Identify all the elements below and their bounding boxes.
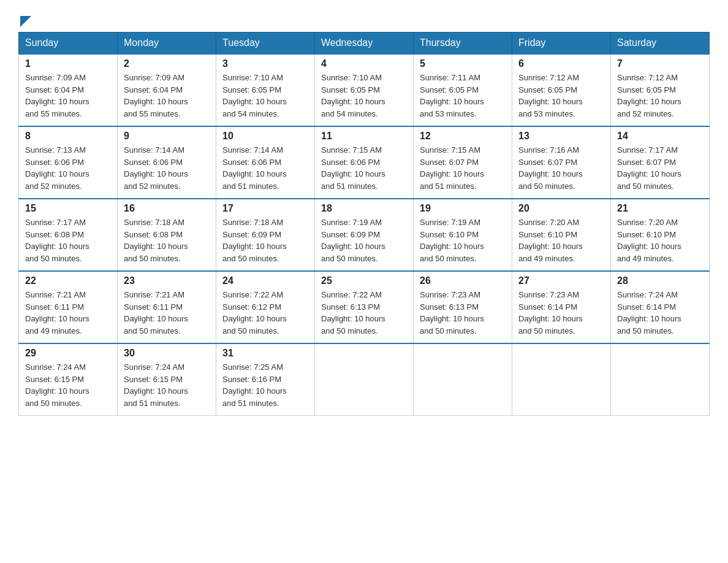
calendar-day-cell: 14 Sunrise: 7:17 AMSunset: 6:07 PMDaylig… xyxy=(611,126,710,199)
day-number: 4 xyxy=(321,58,407,69)
day-info: Sunrise: 7:16 AMSunset: 6:07 PMDaylight:… xyxy=(518,144,604,192)
calendar-day-cell: 19 Sunrise: 7:19 AMSunset: 6:10 PMDaylig… xyxy=(414,199,512,271)
day-info: Sunrise: 7:20 AMSunset: 6:10 PMDaylight:… xyxy=(617,216,703,264)
day-info: Sunrise: 7:22 AMSunset: 6:12 PMDaylight:… xyxy=(222,289,308,337)
column-header-tuesday: Tuesday xyxy=(216,33,315,55)
day-info: Sunrise: 7:19 AMSunset: 6:09 PMDaylight:… xyxy=(321,216,407,264)
empty-cell xyxy=(512,343,611,416)
day-info: Sunrise: 7:15 AMSunset: 6:07 PMDaylight:… xyxy=(420,144,506,192)
calendar-day-cell: 12 Sunrise: 7:15 AMSunset: 6:07 PMDaylig… xyxy=(414,126,512,199)
day-info: Sunrise: 7:10 AMSunset: 6:05 PMDaylight:… xyxy=(222,72,308,120)
calendar-day-cell: 6 Sunrise: 7:12 AMSunset: 6:05 PMDayligh… xyxy=(512,54,611,126)
calendar-week-row: 8 Sunrise: 7:13 AMSunset: 6:06 PMDayligh… xyxy=(19,126,710,199)
day-number: 8 xyxy=(25,131,111,142)
calendar-day-cell: 27 Sunrise: 7:23 AMSunset: 6:14 PMDaylig… xyxy=(512,271,611,343)
calendar-day-cell: 13 Sunrise: 7:16 AMSunset: 6:07 PMDaylig… xyxy=(512,126,611,199)
day-number: 16 xyxy=(124,203,210,214)
calendar-day-cell: 16 Sunrise: 7:18 AMSunset: 6:08 PMDaylig… xyxy=(118,199,216,271)
calendar-day-cell: 26 Sunrise: 7:23 AMSunset: 6:13 PMDaylig… xyxy=(414,271,512,343)
calendar-day-cell: 2 Sunrise: 7:09 AMSunset: 6:04 PMDayligh… xyxy=(118,54,216,126)
day-info: Sunrise: 7:24 AMSunset: 6:14 PMDaylight:… xyxy=(617,289,703,337)
logo xyxy=(18,12,31,26)
day-info: Sunrise: 7:17 AMSunset: 6:08 PMDaylight:… xyxy=(25,216,111,264)
day-number: 21 xyxy=(617,203,703,214)
day-number: 2 xyxy=(124,58,210,69)
day-info: Sunrise: 7:23 AMSunset: 6:14 PMDaylight:… xyxy=(518,289,604,337)
day-number: 27 xyxy=(518,275,604,286)
calendar-header-row: SundayMondayTuesdayWednesdayThursdayFrid… xyxy=(19,33,710,55)
empty-cell xyxy=(414,343,512,416)
calendar-day-cell: 24 Sunrise: 7:22 AMSunset: 6:12 PMDaylig… xyxy=(216,271,315,343)
calendar-day-cell: 29 Sunrise: 7:24 AMSunset: 6:15 PMDaylig… xyxy=(19,343,118,416)
calendar-day-cell: 31 Sunrise: 7:25 AMSunset: 6:16 PMDaylig… xyxy=(216,343,315,416)
calendar-week-row: 15 Sunrise: 7:17 AMSunset: 6:08 PMDaylig… xyxy=(19,199,710,271)
day-info: Sunrise: 7:09 AMSunset: 6:04 PMDaylight:… xyxy=(25,72,111,120)
day-number: 25 xyxy=(321,275,407,286)
calendar-table: SundayMondayTuesdayWednesdayThursdayFrid… xyxy=(18,32,710,416)
day-info: Sunrise: 7:19 AMSunset: 6:10 PMDaylight:… xyxy=(420,216,506,264)
day-info: Sunrise: 7:24 AMSunset: 6:15 PMDaylight:… xyxy=(124,361,210,409)
calendar-day-cell: 17 Sunrise: 7:18 AMSunset: 6:09 PMDaylig… xyxy=(216,199,315,271)
calendar-day-cell: 9 Sunrise: 7:14 AMSunset: 6:06 PMDayligh… xyxy=(118,126,216,199)
day-number: 11 xyxy=(321,131,407,142)
calendar-day-cell: 3 Sunrise: 7:10 AMSunset: 6:05 PMDayligh… xyxy=(216,54,315,126)
day-info: Sunrise: 7:12 AMSunset: 6:05 PMDaylight:… xyxy=(518,72,604,120)
day-number: 28 xyxy=(617,275,703,286)
calendar-day-cell: 10 Sunrise: 7:14 AMSunset: 6:06 PMDaylig… xyxy=(216,126,315,199)
day-number: 6 xyxy=(518,58,604,69)
day-number: 3 xyxy=(222,58,308,69)
day-info: Sunrise: 7:21 AMSunset: 6:11 PMDaylight:… xyxy=(25,289,111,337)
empty-cell xyxy=(315,343,414,416)
day-info: Sunrise: 7:09 AMSunset: 6:04 PMDaylight:… xyxy=(124,72,210,120)
calendar-day-cell: 11 Sunrise: 7:15 AMSunset: 6:06 PMDaylig… xyxy=(315,126,414,199)
calendar-day-cell: 1 Sunrise: 7:09 AMSunset: 6:04 PMDayligh… xyxy=(19,54,118,126)
day-info: Sunrise: 7:11 AMSunset: 6:05 PMDaylight:… xyxy=(420,72,506,120)
calendar-day-cell: 30 Sunrise: 7:24 AMSunset: 6:15 PMDaylig… xyxy=(118,343,216,416)
day-number: 12 xyxy=(420,131,506,142)
day-number: 14 xyxy=(617,131,703,142)
day-info: Sunrise: 7:18 AMSunset: 6:09 PMDaylight:… xyxy=(222,216,308,264)
empty-cell xyxy=(611,343,710,416)
day-number: 19 xyxy=(420,203,506,214)
logo-arrow-icon xyxy=(20,16,31,29)
day-number: 1 xyxy=(25,58,111,69)
day-info: Sunrise: 7:22 AMSunset: 6:13 PMDaylight:… xyxy=(321,289,407,337)
calendar-day-cell: 18 Sunrise: 7:19 AMSunset: 6:09 PMDaylig… xyxy=(315,199,414,271)
day-number: 10 xyxy=(222,131,308,142)
calendar-day-cell: 22 Sunrise: 7:21 AMSunset: 6:11 PMDaylig… xyxy=(19,271,118,343)
calendar-day-cell: 25 Sunrise: 7:22 AMSunset: 6:13 PMDaylig… xyxy=(315,271,414,343)
column-header-friday: Friday xyxy=(512,33,611,55)
day-info: Sunrise: 7:12 AMSunset: 6:05 PMDaylight:… xyxy=(617,72,703,120)
calendar-day-cell: 7 Sunrise: 7:12 AMSunset: 6:05 PMDayligh… xyxy=(611,54,710,126)
day-number: 30 xyxy=(124,348,210,359)
day-info: Sunrise: 7:21 AMSunset: 6:11 PMDaylight:… xyxy=(124,289,210,337)
column-header-saturday: Saturday xyxy=(611,33,710,55)
day-number: 26 xyxy=(420,275,506,286)
column-header-sunday: Sunday xyxy=(19,33,118,55)
column-header-thursday: Thursday xyxy=(414,33,512,55)
calendar-day-cell: 4 Sunrise: 7:10 AMSunset: 6:05 PMDayligh… xyxy=(315,54,414,126)
day-number: 5 xyxy=(420,58,506,69)
day-info: Sunrise: 7:18 AMSunset: 6:08 PMDaylight:… xyxy=(124,216,210,264)
day-number: 15 xyxy=(25,203,111,214)
calendar-week-row: 22 Sunrise: 7:21 AMSunset: 6:11 PMDaylig… xyxy=(19,271,710,343)
day-info: Sunrise: 7:24 AMSunset: 6:15 PMDaylight:… xyxy=(25,361,111,409)
page-header xyxy=(18,12,710,26)
calendar-week-row: 29 Sunrise: 7:24 AMSunset: 6:15 PMDaylig… xyxy=(19,343,710,416)
day-info: Sunrise: 7:25 AMSunset: 6:16 PMDaylight:… xyxy=(222,361,308,409)
day-number: 18 xyxy=(321,203,407,214)
day-info: Sunrise: 7:15 AMSunset: 6:06 PMDaylight:… xyxy=(321,144,407,192)
day-number: 9 xyxy=(124,131,210,142)
day-info: Sunrise: 7:17 AMSunset: 6:07 PMDaylight:… xyxy=(617,144,703,192)
column-header-wednesday: Wednesday xyxy=(315,33,414,55)
column-header-monday: Monday xyxy=(118,33,216,55)
day-number: 23 xyxy=(124,275,210,286)
day-number: 17 xyxy=(222,203,308,214)
day-info: Sunrise: 7:23 AMSunset: 6:13 PMDaylight:… xyxy=(420,289,506,337)
day-number: 7 xyxy=(617,58,703,69)
svg-marker-0 xyxy=(20,16,31,27)
calendar-week-row: 1 Sunrise: 7:09 AMSunset: 6:04 PMDayligh… xyxy=(19,54,710,126)
day-info: Sunrise: 7:14 AMSunset: 6:06 PMDaylight:… xyxy=(222,144,308,192)
day-info: Sunrise: 7:20 AMSunset: 6:10 PMDaylight:… xyxy=(518,216,604,264)
calendar-day-cell: 28 Sunrise: 7:24 AMSunset: 6:14 PMDaylig… xyxy=(611,271,710,343)
